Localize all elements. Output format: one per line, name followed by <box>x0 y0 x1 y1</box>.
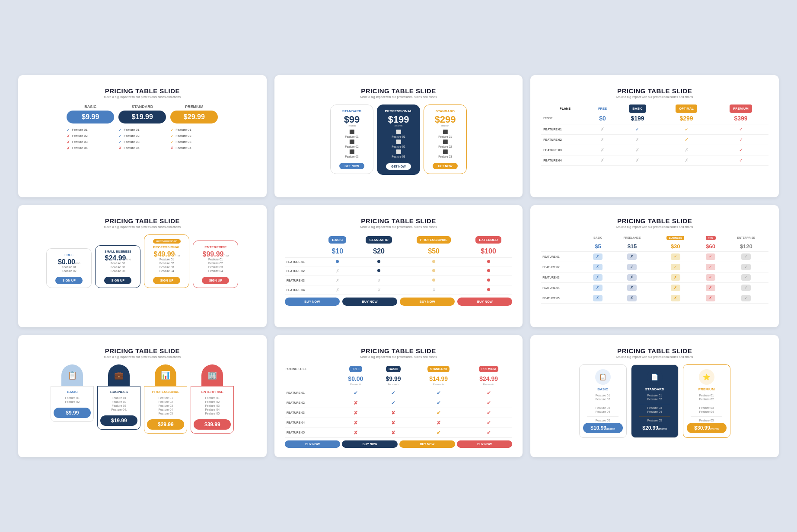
divider <box>691 416 723 417</box>
feat-item: ✗ Feature 02 <box>67 133 114 139</box>
cell: ✔ <box>412 428 465 437</box>
buy-professional-btn[interactable]: BUY NOW <box>400 298 455 306</box>
row-label: FEATURE 02 <box>285 266 320 276</box>
cell: ✘ <box>374 428 412 437</box>
s2-standard2-btn[interactable]: GET NOW <box>433 163 457 169</box>
slide4-plans: FREE $0.00/mo Feature 01 Feature 02 SIGN… <box>29 234 256 288</box>
dot-icon <box>336 260 339 263</box>
cell: ✓ <box>724 251 768 262</box>
s2-professional-price: $199 <box>388 115 409 124</box>
feat: Feature 03 <box>159 266 174 269</box>
s2-feat-label: Feature 02 <box>392 145 405 148</box>
buy-premium-btn[interactable]: BUY NOW <box>457 440 513 448</box>
cell: ✗ <box>611 251 654 262</box>
buy-free-btn[interactable]: BUY NOW <box>285 440 341 448</box>
s7-basic-label: BASIC <box>67 390 78 394</box>
feat: Feature 05 <box>205 412 220 415</box>
slide2-title: PRICING TABLE SLIDE <box>285 87 513 95</box>
feature03-row: FEATURE 03 ✗ ✗ ✗ ✓ <box>541 145 768 155</box>
buy-basic-btn[interactable]: BUY NOW <box>285 298 340 306</box>
cell: ✗ <box>590 145 615 155</box>
cell: ✗ <box>697 282 724 293</box>
x-icon: ✗ <box>336 269 339 273</box>
feat: Feature 05 <box>647 419 662 422</box>
cell: ✓ <box>724 262 768 272</box>
cell: ✗ <box>585 282 611 293</box>
s2-professional-btn[interactable]: GET NOW <box>386 163 411 170</box>
buy-standard-btn[interactable]: BUY NOW <box>342 298 397 306</box>
s4-pro-name: PROFESSIONAL <box>153 245 180 249</box>
slide1-plan-basic: BASIC $9.99 ✓ Feature 01 ✗ Feature 02 ✗ … <box>67 104 114 151</box>
row-label: FEATURE 04 <box>541 155 589 165</box>
th-optimal: OPTIMAL <box>676 104 697 113</box>
s7-enterprise-card: ENTERPRISE Feature 01 Feature 02 Feature… <box>191 386 234 434</box>
s2-feat-icon: ⬛ <box>443 149 448 154</box>
slide1-title: PRICING TABLE SLIDE <box>29 87 256 95</box>
cell: ✓ <box>713 155 768 165</box>
feat-item: ✓ Feature 03 <box>170 139 218 145</box>
x-icon: ✗ <box>336 278 339 283</box>
cell: ✗ <box>355 276 403 285</box>
x-icon: ✗ <box>671 295 680 301</box>
s2-feat-icon: ⬛ <box>349 139 354 144</box>
x-icon: ✗ <box>593 264 603 270</box>
s4-free-btn[interactable]: SIGN UP <box>55 277 83 284</box>
buy-basic-btn[interactable]: BUY NOW <box>342 440 398 448</box>
cell <box>403 266 464 276</box>
s4-pro-btn[interactable]: SIGN UP <box>153 277 180 284</box>
cell: ✗ <box>660 155 713 165</box>
row-label: FEATURE 01 <box>541 124 589 134</box>
x-icon: ✗ <box>685 158 689 163</box>
s4-sb-btn[interactable]: SIGN UP <box>104 277 131 284</box>
s2-feat-icon: ⬛ <box>443 130 448 134</box>
s2-feat-label: Feature 03 <box>438 155 452 158</box>
s2-feat-icon: ⬜ <box>396 130 401 134</box>
col-basic: BASIC <box>320 234 355 245</box>
slide5-title: PRICING TABLE SLIDE <box>285 217 513 225</box>
cell: ✗ <box>654 282 697 293</box>
check-icon: ✓ <box>741 274 751 281</box>
feat: Feature 01 <box>208 258 223 261</box>
buy-extended-btn[interactable]: BUY NOW <box>457 298 512 306</box>
s4-ent-btn[interactable]: SIGN UP <box>202 277 229 284</box>
s9-basic-name: BASIC <box>597 387 608 391</box>
s7-basic: 📋 BASIC Feature 01 Feature 02 $9.99 <box>51 364 94 422</box>
s7-business-icon: 💼 <box>108 364 130 386</box>
s2-feat-icon: ⬜ <box>396 139 401 144</box>
dot-icon <box>432 260 435 263</box>
s7-professional-icon: 📊 <box>155 364 176 386</box>
feat: Feature 04 <box>699 410 714 413</box>
check-icon: ✓ <box>739 147 743 152</box>
cross-icon: ✗ <box>67 134 70 138</box>
col-extended: EXTENDED <box>465 234 513 245</box>
feat-item: ✓ Feature 01 <box>67 127 114 133</box>
s4-ent-price: $99.99/mo <box>203 251 229 258</box>
x-icon: ✘ <box>354 400 358 406</box>
cell: ✓ <box>713 124 768 134</box>
x-icon: ✗ <box>706 285 715 291</box>
slide3-subtitle: Make a big impact with our professional … <box>541 95 768 98</box>
feat-item: ✗ Feature 04 <box>170 145 218 151</box>
row-label: FEATURE 04 <box>285 285 320 294</box>
x-icon: ✗ <box>432 288 436 292</box>
feat-item: ✓ Feature 03 <box>118 139 166 145</box>
col-pro: PRO <box>697 234 724 241</box>
x-icon: ✗ <box>377 278 381 283</box>
s9-basic-icon: 📋 <box>595 369 611 385</box>
s7-basic-icon: 📋 <box>61 364 83 386</box>
s2-standard-label: STANDARD <box>342 109 361 113</box>
s7-basic-card: BASIC Feature 01 Feature 02 $9.99 <box>51 386 94 422</box>
s2-professional-label: PROFESSIONAL <box>385 109 412 113</box>
cell: ✓ <box>713 134 768 145</box>
buy-standard-btn[interactable]: BUY NOW <box>399 440 455 448</box>
feat05-row: FEATURE 05 ✘ ✘ ✔ ✔ <box>285 428 513 437</box>
price-business: $30 <box>654 241 697 252</box>
s2-feat-label: Feature 01 <box>438 135 452 138</box>
s4-sb-name: SMALL BUSINESS <box>105 250 131 253</box>
feat: Feature 04 <box>647 410 662 413</box>
s2-feat-icon: ⬛ <box>443 139 448 144</box>
price-enterprise: $120 <box>724 241 768 252</box>
check-icon: ✓ <box>739 158 743 163</box>
check-icon: ✓ <box>170 128 174 132</box>
s2-standard-btn[interactable]: GET NOW <box>339 163 364 169</box>
